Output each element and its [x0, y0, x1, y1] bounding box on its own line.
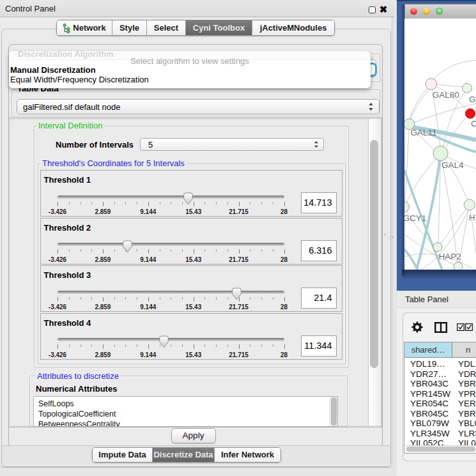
svg-text:GCY1: GCY1	[404, 213, 426, 223]
svg-text:HAP2: HAP2	[438, 252, 461, 261]
svg-text:C: C	[471, 119, 476, 128]
svg-text:H: H	[469, 213, 475, 222]
svg-text:GAL11: GAL11	[410, 128, 436, 137]
svg-text:GAL4: GAL4	[441, 160, 464, 170]
svg-text:G.: G.	[469, 95, 476, 104]
svg-text:GAL80: GAL80	[433, 90, 459, 100]
